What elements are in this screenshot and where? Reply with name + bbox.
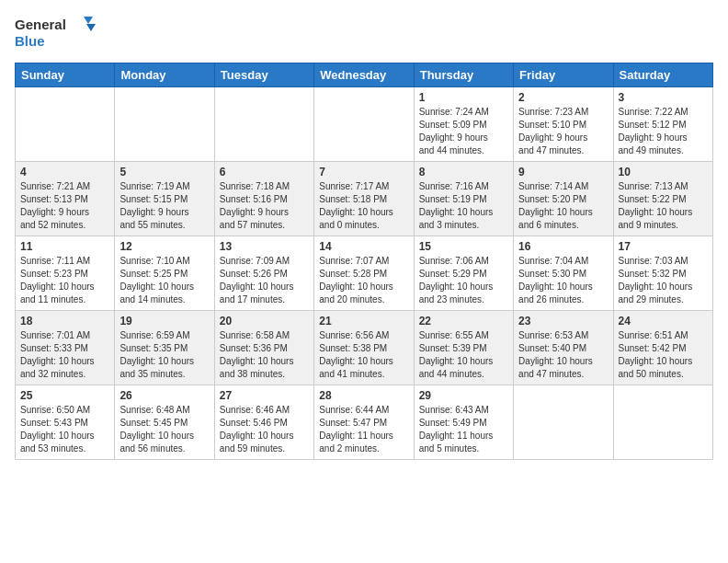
day-info: Sunrise: 7:19 AMSunset: 5:15 PMDaylight:…: [119, 180, 209, 232]
day-number: 8: [419, 166, 508, 178]
day-number: 19: [119, 315, 209, 327]
weekday-header: Sunday: [16, 63, 115, 87]
calendar-week-row: 4Sunrise: 7:21 AMSunset: 5:13 PMDaylight…: [16, 162, 713, 236]
day-info: Sunrise: 7:11 AMSunset: 5:23 PMDaylight:…: [20, 255, 109, 306]
day-info: Sunrise: 7:24 AMSunset: 5:09 PMDaylight:…: [419, 106, 508, 157]
day-number: 29: [419, 389, 508, 402]
day-number: 9: [518, 166, 608, 178]
svg-text:Blue: Blue: [15, 33, 45, 49]
weekday-header: Wednesday: [314, 63, 414, 87]
calendar-cell: [314, 87, 414, 162]
calendar-cell: 29Sunrise: 6:43 AMSunset: 5:49 PMDayligh…: [414, 385, 513, 460]
calendar-cell: 13Sunrise: 7:09 AMSunset: 5:26 PMDayligh…: [214, 236, 313, 311]
logo-mark: General Blue: [15, 15, 97, 53]
calendar-week-row: 1Sunrise: 7:24 AMSunset: 5:09 PMDaylight…: [16, 87, 713, 162]
day-number: 2: [518, 91, 608, 104]
calendar-cell: [214, 87, 313, 162]
day-info: Sunrise: 6:43 AMSunset: 5:49 PMDaylight:…: [419, 404, 508, 455]
day-info: Sunrise: 7:09 AMSunset: 5:26 PMDaylight:…: [220, 255, 309, 306]
day-info: Sunrise: 7:07 AMSunset: 5:28 PMDaylight:…: [319, 255, 408, 306]
calendar-cell: 12Sunrise: 7:10 AMSunset: 5:25 PMDayligh…: [115, 236, 214, 311]
calendar-cell: 1Sunrise: 7:24 AMSunset: 5:09 PMDaylight…: [414, 87, 513, 162]
weekday-header: Saturday: [613, 63, 712, 87]
day-number: 24: [619, 315, 708, 327]
day-info: Sunrise: 6:55 AMSunset: 5:39 PMDaylight:…: [419, 329, 508, 381]
calendar-cell: 19Sunrise: 6:59 AMSunset: 5:35 PMDayligh…: [115, 311, 214, 385]
calendar-cell: 20Sunrise: 6:58 AMSunset: 5:36 PMDayligh…: [214, 311, 313, 385]
day-number: 6: [220, 166, 309, 178]
day-number: 28: [319, 389, 408, 402]
calendar-cell: 21Sunrise: 6:56 AMSunset: 5:38 PMDayligh…: [314, 311, 414, 385]
day-number: 3: [619, 91, 708, 104]
logo-svg: General Blue: [15, 15, 97, 53]
weekday-header: Friday: [514, 63, 613, 87]
day-info: Sunrise: 7:21 AMSunset: 5:13 PMDaylight:…: [20, 180, 109, 232]
day-info: Sunrise: 7:22 AMSunset: 5:12 PMDaylight:…: [619, 106, 708, 157]
day-info: Sunrise: 6:53 AMSunset: 5:40 PMDaylight:…: [518, 329, 608, 381]
calendar-week-row: 25Sunrise: 6:50 AMSunset: 5:43 PMDayligh…: [16, 385, 713, 460]
day-number: 18: [20, 315, 109, 327]
day-number: 25: [20, 389, 109, 402]
logo: General Blue: [15, 15, 97, 53]
svg-text:General: General: [15, 17, 66, 32]
day-info: Sunrise: 7:18 AMSunset: 5:16 PMDaylight:…: [220, 180, 309, 232]
calendar-week-row: 11Sunrise: 7:11 AMSunset: 5:23 PMDayligh…: [16, 236, 713, 311]
calendar-cell: [115, 87, 214, 162]
calendar-cell: 17Sunrise: 7:03 AMSunset: 5:32 PMDayligh…: [613, 236, 712, 311]
calendar-cell: 14Sunrise: 7:07 AMSunset: 5:28 PMDayligh…: [314, 236, 414, 311]
calendar-cell: 10Sunrise: 7:13 AMSunset: 5:22 PMDayligh…: [613, 162, 712, 236]
calendar-cell: 6Sunrise: 7:18 AMSunset: 5:16 PMDaylight…: [214, 162, 313, 236]
weekday-header: Monday: [115, 63, 214, 87]
calendar-cell: 2Sunrise: 7:23 AMSunset: 5:10 PMDaylight…: [514, 87, 613, 162]
calendar-cell: 27Sunrise: 6:46 AMSunset: 5:46 PMDayligh…: [214, 385, 313, 460]
day-number: 11: [20, 240, 109, 253]
day-info: Sunrise: 7:06 AMSunset: 5:29 PMDaylight:…: [419, 255, 508, 306]
day-info: Sunrise: 6:58 AMSunset: 5:36 PMDaylight:…: [220, 329, 309, 381]
calendar-cell: [514, 385, 613, 460]
calendar-header-row: SundayMondayTuesdayWednesdayThursdayFrid…: [16, 63, 713, 87]
calendar-cell: 22Sunrise: 6:55 AMSunset: 5:39 PMDayligh…: [414, 311, 513, 385]
day-number: 15: [419, 240, 508, 253]
day-info: Sunrise: 7:04 AMSunset: 5:30 PMDaylight:…: [518, 255, 608, 306]
day-info: Sunrise: 7:14 AMSunset: 5:20 PMDaylight:…: [518, 180, 608, 232]
day-number: 1: [419, 91, 508, 104]
day-info: Sunrise: 7:16 AMSunset: 5:19 PMDaylight:…: [419, 180, 508, 232]
day-number: 21: [319, 315, 408, 327]
svg-marker-2: [84, 17, 93, 24]
weekday-header: Tuesday: [214, 63, 313, 87]
day-info: Sunrise: 6:50 AMSunset: 5:43 PMDaylight:…: [20, 404, 109, 455]
day-info: Sunrise: 6:59 AMSunset: 5:35 PMDaylight:…: [119, 329, 209, 381]
calendar-cell: 28Sunrise: 6:44 AMSunset: 5:47 PMDayligh…: [314, 385, 414, 460]
calendar-cell: 3Sunrise: 7:22 AMSunset: 5:12 PMDaylight…: [613, 87, 712, 162]
day-number: 7: [319, 166, 408, 178]
calendar-cell: 18Sunrise: 7:01 AMSunset: 5:33 PMDayligh…: [16, 311, 115, 385]
calendar-cell: 9Sunrise: 7:14 AMSunset: 5:20 PMDaylight…: [514, 162, 613, 236]
calendar-cell: 23Sunrise: 6:53 AMSunset: 5:40 PMDayligh…: [514, 311, 613, 385]
calendar-cell: 5Sunrise: 7:19 AMSunset: 5:15 PMDaylight…: [115, 162, 214, 236]
calendar-week-row: 18Sunrise: 7:01 AMSunset: 5:33 PMDayligh…: [16, 311, 713, 385]
calendar-cell: [613, 385, 712, 460]
day-info: Sunrise: 7:13 AMSunset: 5:22 PMDaylight:…: [619, 180, 708, 232]
day-number: 16: [518, 240, 608, 253]
page-header: General Blue: [15, 15, 713, 53]
day-info: Sunrise: 7:01 AMSunset: 5:33 PMDaylight:…: [20, 329, 109, 381]
day-number: 17: [619, 240, 708, 253]
day-info: Sunrise: 6:56 AMSunset: 5:38 PMDaylight:…: [319, 329, 408, 381]
day-number: 12: [119, 240, 209, 253]
day-number: 20: [220, 315, 309, 327]
day-number: 4: [20, 166, 109, 178]
day-number: 22: [419, 315, 508, 327]
day-info: Sunrise: 7:23 AMSunset: 5:10 PMDaylight:…: [518, 106, 608, 157]
day-info: Sunrise: 7:17 AMSunset: 5:18 PMDaylight:…: [319, 180, 408, 232]
day-info: Sunrise: 6:46 AMSunset: 5:46 PMDaylight:…: [220, 404, 309, 455]
calendar-cell: [16, 87, 115, 162]
day-number: 26: [119, 389, 209, 402]
weekday-header: Thursday: [414, 63, 513, 87]
day-number: 14: [319, 240, 408, 253]
calendar-cell: 24Sunrise: 6:51 AMSunset: 5:42 PMDayligh…: [613, 311, 712, 385]
day-info: Sunrise: 6:48 AMSunset: 5:45 PMDaylight:…: [119, 404, 209, 455]
calendar-cell: 11Sunrise: 7:11 AMSunset: 5:23 PMDayligh…: [16, 236, 115, 311]
calendar-cell: 7Sunrise: 7:17 AMSunset: 5:18 PMDaylight…: [314, 162, 414, 236]
calendar-cell: 15Sunrise: 7:06 AMSunset: 5:29 PMDayligh…: [414, 236, 513, 311]
day-number: 13: [220, 240, 309, 253]
